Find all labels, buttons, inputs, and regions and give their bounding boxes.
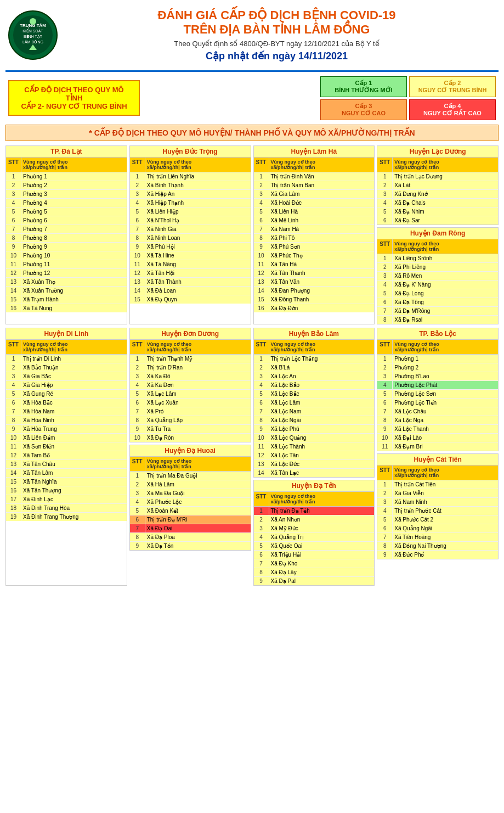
table-row: 4Xã Hiệp Thạnh (130, 199, 251, 208)
table-row: 3Xã Ka Đô (130, 372, 251, 381)
table-row: 3Xã Lộc An (254, 372, 375, 381)
table-row: 11Xã Tà Năng (130, 260, 251, 269)
col-header-name: Vùng nguy cơ theoxã/phường/thị trấn (393, 158, 498, 172)
table-row: 7Phường 7 (6, 225, 127, 234)
col-header-stt: STT (254, 158, 269, 172)
table-row: 5Phường 5 (6, 208, 127, 216)
table-row: 3Xã Ma Đa Guội (130, 489, 251, 498)
table-row: 8Xã Đạ Rsal (377, 316, 498, 324)
district-dam-rong-header: Huyện Đam Rông (377, 228, 498, 239)
col-header-name: Vùng nguy cơ theoxã/phường/thị trấn (393, 340, 498, 354)
table-row: 15Xã Đông Thanh (254, 295, 375, 304)
table-row: 7Xã Ninh Gia (130, 225, 251, 234)
table-row: 2Thị trấn D'Ran (130, 363, 251, 372)
district-di-linh: Huyện Di Linh STT Vùng nguy cơ theoxã/ph… (5, 328, 127, 586)
col-header-name: Vùng nguy cơ theoxã/phường/thị trấn (269, 158, 375, 172)
table-row: 9Xã Đạ Pal (254, 577, 375, 585)
table-row: 2Xã B'Lá (254, 363, 375, 372)
table-row: 5Xã Quốc Oai (254, 542, 375, 551)
table-row: 14Xã Đà Loan (130, 287, 251, 295)
table-row: 16Xã Tân Thượng (6, 486, 127, 495)
col-header-stt: STT (377, 158, 393, 172)
table-row: 12Xã Lộc Tân (254, 451, 375, 460)
table-row: 2Xã Gia Viễn (377, 489, 498, 498)
table-row: 10Xã Phúc Thọ (254, 251, 375, 260)
table-row: 15Xã Đạ Quyn (130, 295, 251, 304)
table-row: 7Xã Đạ M'Rông (377, 307, 498, 316)
table-row: 6Phường 6 (6, 216, 127, 225)
district-bao-loc: TP. Bảo Lộc STT Vùng nguy cơ theoxã/phườ… (377, 328, 499, 451)
col-header-name: Vùng nguy cơ theoxã/phường/thị trấn (145, 457, 251, 471)
table-row: 5Xã Liên Hiệp (130, 208, 251, 216)
table-row: 8Xã Lộc Ngãi (254, 416, 375, 425)
table-row: 5Xã Phước Cát 2 (377, 515, 498, 524)
table-row: 3Xã Rô Men (377, 272, 498, 281)
district-bao-lam-header: Huyện Bảo Lâm (254, 328, 375, 340)
table-row: 6Xã Đạ Sar (377, 216, 498, 225)
table-row: 6Xã Mê Linh (254, 216, 375, 225)
table-row: 5Xã Đạ Nhim (377, 208, 498, 216)
district-duc-trong-header: Huyện Đức Trọng (130, 146, 251, 158)
table-row: 4Phường Lộc Phát (377, 381, 498, 390)
table-row: 9Xã Lộc Thanh (377, 425, 498, 434)
table-row: 1Thị trấn Ma Đa Guội (130, 472, 251, 480)
district-da-lat: TP. Đà Lạt STT Vùng nguy cơ theoxã/phườn… (5, 145, 127, 324)
table-row: 8Phường 8 (6, 234, 127, 243)
col-header-stt: STT (130, 158, 145, 172)
table-row: 7Xã Lộc Nam (254, 407, 375, 416)
header-divider (5, 70, 499, 72)
table-row: 3Xã Mỹ Đức (254, 524, 375, 533)
table-row: 3Phường 3 (6, 190, 127, 199)
col-header-stt: STT (377, 466, 393, 480)
table-row: 11Xã Đạm Bri (377, 442, 498, 451)
table-row: 1Thị trấn Di Linh (6, 355, 127, 363)
district-lam-ha: Huyện Lâm Hà STT Vùng nguy cơ theoxã/phư… (253, 145, 375, 324)
main-title-line1: ĐÁNH GIÁ CẤP ĐỘ DỊCH BỆNH COVID-19 (58, 8, 496, 23)
district-lac-duong-header: Huyện Lạc Dương (377, 146, 498, 158)
legend-cap4: Cấp 4NGUY CƠ RẤT CAO (409, 99, 496, 120)
district-cat-tien-header: Huyện Cát Tiên (377, 454, 498, 466)
table-row: 10Phường 10 (6, 251, 127, 260)
table-row: 10Xã Tà Hine (130, 251, 251, 260)
col-header-name: Vùng nguy cơ theoxã/phường/thị trấn (21, 158, 127, 172)
table-row: 2Phường 2 (6, 181, 127, 190)
table-row: 1Phường 1 (377, 355, 498, 363)
district-bao-loc-header: TP. Bảo Lộc (377, 328, 498, 340)
table-row: 12Xã Tân Hội (130, 269, 251, 278)
district-cat-tien: Huyện Cát Tiên STT Vùng nguy cơ theoxã/p… (377, 453, 499, 559)
table-row: 8Xã Đạ Ploa (130, 533, 251, 542)
table-row: 10Xã Liên Đầm (6, 434, 127, 442)
table-row: 15Xã Trạm Hành (6, 295, 127, 304)
table-row: 6Thị trấn Đạ M'Ri (130, 515, 251, 524)
table-row: 14Xã Xuân Trường (6, 287, 127, 295)
table-row: 6Xã Hòa Bắc (6, 399, 127, 407)
svg-point-6 (30, 18, 36, 25)
table-row: 7Xã Tiên Hoàng (377, 533, 498, 542)
table-row: 19Xã Đinh Trang Thượng (6, 513, 127, 521)
table-row: 4Xã Lộc Bảo (254, 381, 375, 390)
table-row: 5Xã Lộc Bắc (254, 390, 375, 399)
table-row: 9Xã Tu Tra (130, 425, 251, 434)
legend-cap1: Cấp 1BÌNH THƯỜNG MỚI (320, 76, 407, 97)
header-subtitle: Theo Quyết định số 4800/QĐ-BYT ngày 12/1… (58, 40, 496, 48)
district-lac-duong: Huyện Lạc Dương STT Vùng nguy cơ theoxã/… (377, 145, 499, 225)
table-row: 3Xã Nam Ninh (377, 498, 498, 507)
table-row: 7Xã Hòa Nam (6, 407, 127, 416)
table-row: 8Xã Quảng Lập (130, 416, 251, 425)
col-header-stt: STT (377, 340, 393, 354)
col-header-stt: STT (6, 158, 21, 172)
table-row: 10Xã Đạ Ròn (130, 434, 251, 442)
table-row: 6Xã Triệu Hải (254, 551, 375, 559)
table-row: 1Thị trấn Đinh Văn (254, 172, 375, 181)
table-row: 1Thị trấn Thạnh Mỹ (130, 355, 251, 363)
province-level-badge: CẤP ĐỘ DỊCH THEO QUY MÔ TỈNHCẤP 2- NGUY … (8, 80, 140, 116)
table-row: 7Xã Pró (130, 407, 251, 416)
district-dam-rong: Huyện Đam Rông STT Vùng nguy cơ theoxã/p… (377, 227, 499, 324)
legend-cap3: Cấp 3NGUY CƠ CAO (320, 99, 407, 120)
header-date: Cập nhật đến ngày 14/11/2021 (58, 50, 496, 62)
table-row: 2Xã Lát (377, 181, 498, 190)
table-row: 8Xã Ninh Loan (130, 234, 251, 243)
table-row: 9Phường 9 (6, 243, 127, 251)
legend-row: CẤP ĐỘ DỊCH THEO QUY MÔ TỈNHCẤP 2- NGUY … (5, 76, 499, 120)
legend-cap2: Cấp 2NGUY CƠ TRUNG BÌNH (409, 76, 496, 97)
